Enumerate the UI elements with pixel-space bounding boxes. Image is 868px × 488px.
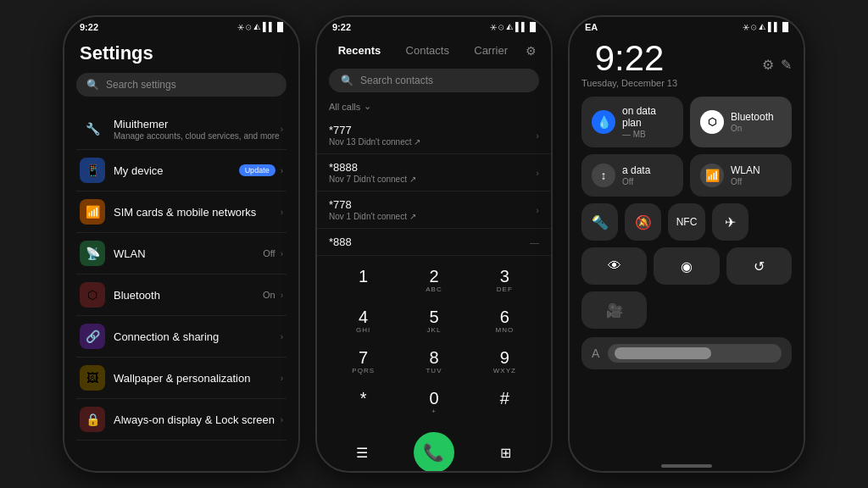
cc-tile-data-plan[interactable]: 💧 on data plan — MB <box>581 97 683 147</box>
dialer-search-placeholder: Search contacts <box>360 75 433 86</box>
miuithemer-icon: 🔧 <box>80 116 105 141</box>
camera-button[interactable]: 🎥 <box>581 291 647 329</box>
rotate-button[interactable]: ↺ <box>726 247 792 285</box>
filter-down-icon: ⌄ <box>364 101 371 112</box>
bluetooth-tile-icon: ⬡ <box>700 110 724 134</box>
chevron-icon: › <box>281 415 283 424</box>
control-center-phone: EA ⚹ ⊙ ◭ ▌▌ █ 9:22 Tuesday, December 13 … <box>568 15 805 473</box>
call-chevron-icon: — <box>530 237 539 247</box>
settings-search-bar[interactable]: 🔍 Search settings <box>76 73 287 97</box>
dialer-search-bar[interactable]: 🔍 Search contacts <box>329 69 539 92</box>
dial-key-4[interactable]: 4GHI <box>329 302 398 341</box>
tab-contacts[interactable]: Contacts <box>399 41 456 60</box>
status-bar-center: 9:22 ⚹ ⊙ ◭ ▌▌ █ <box>317 17 551 36</box>
call-item-0[interactable]: *777 Nov 13 Didn't connect ↗ › <box>317 117 551 154</box>
location-button[interactable]: ◉ <box>654 247 719 285</box>
status-icons-left: ⚹ ⊙ ◭ ▌▌ █ <box>237 22 283 32</box>
mobile-data-sub: Off <box>622 177 673 186</box>
search-icon: 🔍 <box>341 75 353 86</box>
airplane-button[interactable]: ✈ <box>712 203 748 241</box>
wlan-value: Off <box>263 248 275 258</box>
dial-key-7[interactable]: 7PQRS <box>329 342 398 381</box>
bluetooth-tile-label: Bluetooth <box>731 111 782 123</box>
chevron-icon: › <box>281 125 283 134</box>
brightness-slider[interactable] <box>608 344 782 363</box>
call-button[interactable]: 📞 <box>414 432 454 471</box>
flashlight-button[interactable]: 🔦 <box>581 203 618 241</box>
status-time-left: 9:22 <box>80 22 98 32</box>
settings-item-sim[interactable]: 📶 SIM cards & mobile networks › <box>76 191 287 233</box>
mobile-data-label: a data <box>622 164 673 176</box>
data-plan-sub: — MB <box>622 130 673 139</box>
dialer-menu-button[interactable]: ☰ <box>347 437 377 468</box>
tab-carrier[interactable]: Carrier <box>467 41 515 60</box>
cc-tile-bluetooth[interactable]: ⬡ Bluetooth On <box>690 97 792 147</box>
call-number: *777 <box>329 124 536 136</box>
my-device-icon: 📱 <box>80 158 105 183</box>
wlan-title: WLAN <box>114 247 263 260</box>
status-icons-right: ⚹ ⊙ ◭ ▌▌ █ <box>743 22 788 32</box>
wallpaper-icon: 🖼 <box>80 365 105 391</box>
dnd-button[interactable]: 🔕 <box>625 203 661 241</box>
bluetooth-value: On <box>263 290 275 300</box>
call-item-3[interactable]: *888 — <box>317 229 551 256</box>
settings-item-miuithemer[interactable]: 🔧 Miuithemer Manage accounts, cloud serv… <box>76 108 287 150</box>
dial-key-0[interactable]: 0+ <box>399 383 468 422</box>
mobile-data-icon: ↕ <box>592 164 615 187</box>
volume-label: A <box>592 347 599 360</box>
settings-item-connection[interactable]: 🔗 Connection & sharing › <box>76 316 287 358</box>
dialer-grid-button[interactable]: ⊞ <box>491 437 521 468</box>
cc-settings-icon[interactable]: ⚙ <box>762 57 774 73</box>
dial-key-5[interactable]: 5JKL <box>399 302 468 341</box>
dial-key-2[interactable]: 2ABC <box>399 261 468 300</box>
cc-small-buttons-row2: 👁 ◉ ↺ 🎥 <box>581 247 792 329</box>
dial-key-hash[interactable]: # <box>470 383 539 422</box>
status-bar-right: EA ⚹ ⊙ ◭ ▌▌ █ <box>570 17 804 36</box>
dial-key-8[interactable]: 8TUV <box>399 342 468 381</box>
cc-edit-icon[interactable]: ✎ <box>781 57 792 73</box>
settings-search-placeholder: Search settings <box>106 79 176 91</box>
settings-gear-icon[interactable]: ⚙ <box>526 44 537 58</box>
call-filter: All calls ⌄ <box>317 99 551 117</box>
wlan-icon: 📡 <box>80 241 105 266</box>
chevron-icon: › <box>281 374 283 383</box>
call-detail: Nov 13 Didn't connect ↗ <box>329 137 536 147</box>
settings-item-my-device[interactable]: 📱 My device Update › <box>76 150 287 191</box>
settings-title: Settings <box>80 42 287 64</box>
call-number: *778 <box>329 198 536 211</box>
chevron-icon: › <box>281 166 283 175</box>
tab-recents[interactable]: Recents <box>331 41 388 60</box>
chevron-icon: › <box>281 208 283 217</box>
settings-item-bluetooth[interactable]: ⬡ Bluetooth On › <box>76 274 287 316</box>
call-filter-label: All calls <box>329 102 360 112</box>
update-badge: Update <box>239 164 275 176</box>
bluetooth-icon: ⬡ <box>80 282 105 308</box>
settings-item-always-on[interactable]: 🔒 Always-on display & Lock screen › <box>76 399 287 441</box>
dial-key-9[interactable]: 9WXYZ <box>470 342 539 381</box>
dial-key-1[interactable]: 1 <box>329 261 398 300</box>
status-time-center: 9:22 <box>332 22 351 32</box>
settings-item-wlan[interactable]: 📡 WLAN Off › <box>76 233 287 274</box>
wlan-tile-label: WLAN <box>731 164 782 176</box>
call-chevron-icon: › <box>536 168 539 178</box>
settings-content: Settings 🔍 Search settings 🔧 Miuithemer … <box>64 36 298 471</box>
nfc-button[interactable]: NFC <box>668 203 704 241</box>
cc-tile-wlan[interactable]: 📶 WLAN Off <box>690 154 792 197</box>
dial-key-star[interactable]: * <box>329 383 398 422</box>
call-chevron-icon: › <box>536 130 539 141</box>
call-item-2[interactable]: *778 Nov 1 Didn't connect ↗ › <box>317 191 551 229</box>
eye-comfort-button[interactable]: 👁 <box>581 247 647 285</box>
cc-tile-mobile-data[interactable]: ↕ a data Off <box>581 154 683 197</box>
wlan-tile-icon: 📶 <box>700 164 724 187</box>
wallpaper-title: Wallpaper & personalization <box>114 372 281 385</box>
chevron-icon: › <box>281 332 283 341</box>
bluetooth-tile-sub: On <box>731 124 782 133</box>
call-item-1[interactable]: *8888 Nov 7 Didn't connect ↗ › <box>317 154 551 191</box>
home-indicator <box>661 464 712 468</box>
settings-item-wallpaper[interactable]: 🖼 Wallpaper & personalization › <box>76 358 287 399</box>
call-chevron-icon: › <box>536 205 539 215</box>
dial-key-6[interactable]: 6MNO <box>470 302 539 341</box>
status-icons-center: ⚹ ⊙ ◭ ▌▌ █ <box>490 22 536 32</box>
miuithemer-subtitle: Manage accounts, cloud services, and mor… <box>114 131 281 141</box>
dial-key-3[interactable]: 3DEF <box>470 261 539 300</box>
